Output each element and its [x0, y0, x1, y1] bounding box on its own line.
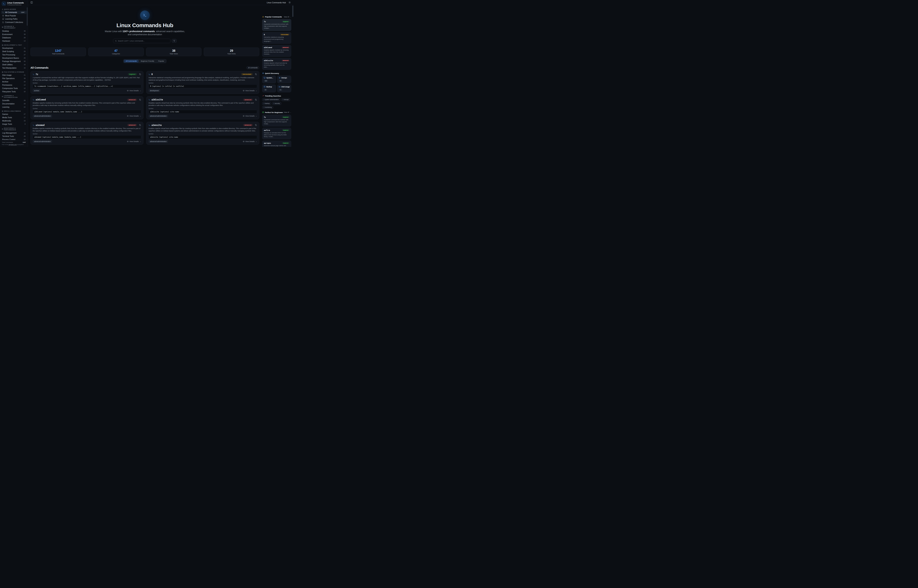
sidebar-item-label: Image Tools — [2, 123, 12, 125]
sidebar-item-all-commands[interactable]: All Commands 1247 — [1, 11, 27, 14]
sidebar-item[interactable]: Text Manipulation 15 — [1, 66, 27, 69]
sidebar-section-quick-access: Quick Access All Commands 1247 Most Popu… — [1, 8, 27, 24]
sidebar-item[interactable]: Log Management 34 — [1, 131, 27, 134]
command-card[interactable]: 7z beginner A powerful command-line arch… — [31, 71, 144, 94]
command-card[interactable]: a2dismod advanced Disables Apache module… — [31, 96, 144, 119]
sidebar-scrollbar-thumb[interactable] — [27, 7, 27, 26]
discovery-tile-disk-usage[interactable]: Disk Usage 41 — [277, 85, 291, 92]
sidebar-item-label: Terminal Tools — [2, 135, 14, 137]
sidebar-toggle-button[interactable] — [30, 1, 33, 4]
view-details-link[interactable]: View Details → — [243, 90, 257, 92]
command-name: apropos — [264, 142, 271, 144]
discovery-tile-devops[interactable]: Devops 54 — [277, 76, 291, 83]
sidebar-item[interactable]: Filesystem Tools 10 — [1, 90, 27, 93]
sidebar-item[interactable]: Shell Utilities 16 — [1, 63, 27, 66]
category-tag[interactable]: advanced-administration — [149, 115, 168, 118]
sidebar-item[interactable]: Permissions 14 — [1, 83, 27, 87]
sidebar-item[interactable]: Media Tools 17 — [1, 116, 27, 119]
beginners-list: 7z beginner A powerful command-line arch… — [262, 115, 291, 147]
trending-search-pill[interactable]: # monitoring — [262, 106, 273, 109]
daygeek-link[interactable]: daygeek.com — [9, 144, 17, 145]
sidebar-item[interactable]: Package Management 20 — [1, 60, 27, 63]
sidebar-item[interactable]: Games 27 — [1, 113, 27, 116]
sidebar-item[interactable]: Shell Scripting 29 — [1, 50, 27, 53]
view-details-link[interactable]: View Details → — [243, 141, 257, 142]
beginner-command-card[interactable]: aafire beginner Displays an animated ASC… — [262, 128, 291, 139]
sidebar-item-most-popular[interactable]: Most Popular — [1, 14, 27, 17]
sidebar-item[interactable]: Learning 22 — [1, 105, 27, 109]
command-card[interactable]: a2ensite advanced Enables Apache virtual… — [146, 122, 259, 145]
sidebar-item-command-collections[interactable]: Command Collections — [1, 21, 27, 24]
arrow-right-icon: → — [290, 16, 291, 18]
view-all-popular-link[interactable]: View All→ — [284, 16, 291, 18]
tab[interactable]: Popular — [157, 60, 166, 63]
search-input[interactable] — [118, 40, 168, 42]
command-card[interactable]: a2enmod advanced Enables Apache modules … — [31, 122, 144, 145]
popular-command-card[interactable]: 7z beginner A powerful command-line arch… — [262, 19, 291, 31]
page-scrollbar-thumb[interactable] — [292, 5, 293, 17]
category-tag[interactable]: advanced-administration — [149, 140, 168, 143]
sidebar-item[interactable]: Scientific 26 — [1, 99, 27, 102]
sidebar-item[interactable]: Process Control 23 — [1, 138, 27, 140]
sidebar-item[interactable]: Text Processing 27 — [1, 53, 27, 57]
beginners-header: Perfect for Beginners View All→ — [262, 111, 291, 113]
sidebar-item[interactable]: Desktop 39 — [1, 29, 27, 33]
sidebar-item[interactable]: Databases 29 — [1, 36, 27, 39]
sidebar-item[interactable]: Compression Tools 12 — [1, 87, 27, 90]
sidebar-item[interactable]: Archive 20 — [1, 80, 27, 83]
category-tag[interactable]: development — [149, 89, 160, 92]
sidebar-item[interactable]: Development Basics 25 — [1, 57, 27, 60]
sidebar-item-count: 14 — [24, 84, 26, 86]
page-scrollbar[interactable] — [292, 5, 293, 146]
command-card[interactable]: R intermediate Interactive statistical c… — [146, 71, 259, 94]
filter-button[interactable] — [172, 39, 177, 43]
hash-icon: # — [263, 103, 264, 104]
popular-command-card[interactable]: R intermediate Interactive statistical c… — [262, 32, 291, 44]
sidebar-item[interactable]: Terminal Tools 29 — [1, 134, 27, 138]
trending-search-pill[interactable]: # system administration — [262, 98, 280, 101]
sidebar-item[interactable]: Hardware 13 — [1, 39, 27, 43]
sidebar-item[interactable]: Disk Usage 41 — [1, 73, 27, 77]
copy-command-button[interactable] — [139, 73, 141, 76]
popular-command-card[interactable]: a2dismod advanced Disables Apache module… — [262, 45, 291, 57]
category-tag[interactable]: archive — [33, 89, 40, 92]
category-tag[interactable]: advanced-administration — [33, 140, 52, 143]
arrow-right-icon: → — [139, 90, 141, 92]
sidebar-item[interactable]: Documentation 26 — [1, 102, 27, 105]
view-details-link[interactable]: View Details → — [127, 90, 141, 92]
sidebar-item[interactable]: Image Tools 8 — [1, 123, 27, 126]
discovery-tile-system-administration[interactable]: System... 180 — [262, 76, 276, 83]
discovery-tile-backup[interactable]: Backup 49 — [262, 85, 276, 92]
copy-command-button[interactable] — [255, 73, 257, 76]
trending-search-pill[interactable]: # backup — [262, 102, 271, 105]
sidebar-item[interactable]: File Operations 38 — [1, 77, 27, 80]
trending-search-pill[interactable]: # devops — [281, 98, 290, 101]
popular-command-card[interactable]: a2dissite advanced Disables Apache virtu… — [262, 58, 291, 70]
view-details-link[interactable]: View Details → — [243, 115, 257, 117]
sidebar-section-items: Log Management 34 Terminal Tools 29 Proc… — [1, 131, 27, 140]
copy-command-button[interactable] — [139, 99, 141, 101]
view-all-beginners-link[interactable]: View All→ — [284, 111, 291, 113]
beginner-command-card[interactable]: 7z beginner A powerful command-line arch… — [262, 115, 291, 126]
settings-gear-icon[interactable] — [288, 1, 291, 4]
sidebar-item-learning-paths[interactable]: Learning Paths — [1, 17, 27, 21]
sidebar-item-count: 17 — [24, 116, 26, 118]
tab[interactable]: Beginner Friendly — [139, 60, 156, 63]
sidebar-item-label: Learning — [2, 106, 10, 108]
copy-command-button[interactable] — [139, 124, 141, 126]
beginner-command-card[interactable]: apropos beginner Searches manual page na… — [262, 141, 291, 147]
command-card[interactable]: a2dissite advanced Disables Apache virtu… — [146, 96, 259, 119]
trending-search-pill[interactable]: # security — [272, 102, 281, 105]
command-card-footer: advanced-administration View Details → — [149, 115, 257, 118]
view-details-link[interactable]: View Details → — [127, 141, 141, 142]
sidebar-item[interactable]: Environment 39 — [1, 33, 27, 36]
sidebar-item-label: Log Management — [2, 132, 16, 134]
category-tag[interactable]: advanced-administration — [33, 115, 52, 118]
tab[interactable]: All Commands — [124, 60, 139, 63]
copy-command-button[interactable] — [255, 124, 257, 126]
sidebar-item[interactable]: Development 31 — [1, 47, 27, 50]
copy-command-button[interactable] — [255, 99, 257, 101]
hash-icon: # — [273, 103, 274, 104]
sidebar-item[interactable]: Multimedia 15 — [1, 119, 27, 123]
view-details-link[interactable]: View Details → — [127, 115, 141, 117]
